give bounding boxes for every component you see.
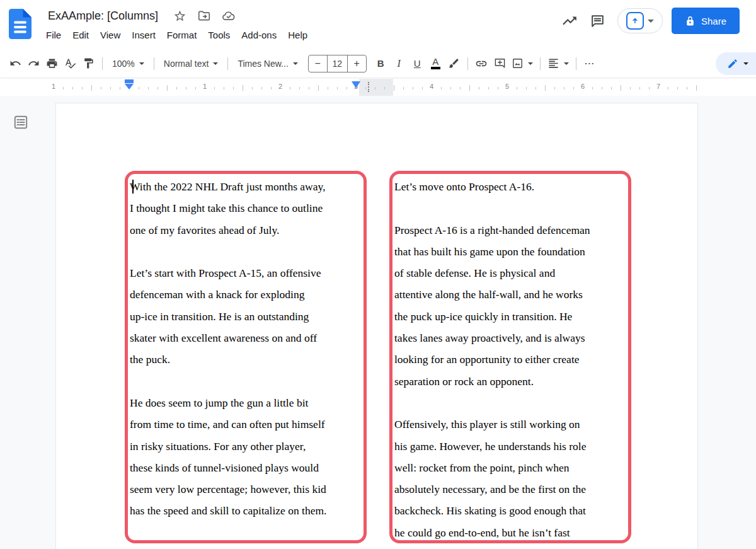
menu-edit[interactable]: Edit [67,28,94,42]
font-size-value[interactable]: 12 [327,55,348,72]
doc-text-line[interactable]: I thought I might take this chance to ou… [130,197,361,219]
move-folder-icon[interactable] [197,9,211,23]
doc-text-line[interactable]: Offensively, this player is still workin… [394,413,626,435]
redo-button[interactable] [25,54,43,74]
doc-text-line[interactable]: in risky situations. For any other playe… [130,436,361,457]
comments-icon[interactable] [583,7,611,35]
ruler-tick [677,87,678,90]
doc-text-line[interactable]: from time to time, and can often put him… [130,413,361,435]
menu-insert[interactable]: Insert [126,28,161,42]
paint-format-button[interactable] [79,54,98,74]
menu-bar: File Edit View Insert Format Tools Add-o… [40,28,313,42]
undo-button[interactable] [6,54,25,74]
doc-text-line[interactable]: seem very low percentage; however, this … [130,478,361,500]
column-gap-handle[interactable] [368,82,369,92]
right-indent-marker[interactable] [352,81,360,88]
doc-blank-line[interactable] [394,197,626,219]
doc-text-line[interactable]: the puck. [130,349,361,370]
italic-button[interactable]: I [390,54,408,74]
font-dropdown-arrow [293,62,298,65]
doc-blank-line[interactable] [394,392,626,413]
font-size-control: − 12 + [308,55,367,72]
doc-text-line[interactable]: the puck up-ice quickly in transition. H… [394,306,626,327]
font-family-select[interactable]: Times New... [232,54,302,74]
menu-addons[interactable]: Add-ons [236,28,282,42]
doc-text-line[interactable]: absolutely necessary, and be the first o… [394,478,626,500]
doc-text-line[interactable]: well: rocket from the point, pinch when [394,457,626,478]
highlight-color-button[interactable] [445,54,463,74]
ruler-tick [479,87,479,90]
doc-text-line[interactable]: Prospect A-16 is a right-handed defencem… [394,219,626,241]
ruler-tick [394,85,394,91]
zoom-select[interactable]: 100% [107,54,149,74]
first-line-indent-marker[interactable] [125,79,134,83]
doc-text-line[interactable]: attentive along the half-wall, and he wo… [394,284,626,305]
menu-format[interactable]: Format [161,28,203,42]
spellcheck-button[interactable] [61,54,79,74]
lock-icon [685,16,696,26]
doc-text-line[interactable]: of stable defense. He is physical and [394,262,626,284]
doc-text-line[interactable]: looking for an opportunity to either cre… [394,349,626,370]
doc-text-line[interactable]: defenceman with a knack for exploding [130,284,361,305]
doc-text-line[interactable]: skater with excellent awareness on and o… [130,327,361,349]
editing-mode-button[interactable] [716,52,756,75]
doc-text-line[interactable]: Let’s move onto Prospect A-16. [394,176,626,197]
docs-logo[interactable] [9,9,32,39]
document-page[interactable]: With the 2022 NHL Draft just months away… [55,103,698,549]
menu-file[interactable]: File [40,28,67,42]
star-icon[interactable] [173,9,186,23]
increase-font-size-button[interactable]: + [348,55,366,72]
insert-image-button[interactable] [509,54,536,74]
activity-icon[interactable] [556,7,583,35]
ruler-tick [318,85,319,91]
ruler-tick [592,87,593,90]
doc-text-line[interactable]: these kinds of tunnel-visioned plays wou… [130,457,361,478]
decrease-font-size-button[interactable]: − [309,55,327,72]
doc-text-line[interactable]: that has built his game upon the foundat… [394,241,626,262]
doc-text-line[interactable]: up-ice in transition. He is an outstandi… [130,306,361,327]
doc-text-line[interactable]: With the 2022 NHL Draft just months away… [130,176,361,197]
ruler-tick [148,87,149,90]
toolbar-divider [576,57,576,70]
menu-tools[interactable]: Tools [202,28,236,42]
doc-text-line[interactable]: Let’s start with Prospect A-15, an offen… [130,262,361,284]
bold-button[interactable]: B [372,54,390,74]
text-color-button[interactable]: A [427,54,445,74]
doc-text-line[interactable]: one of my favorites ahead of July. [130,219,361,241]
doc-text-line[interactable]: takes lanes away proactively, and is alw… [394,327,626,349]
doc-text-line[interactable]: his game. However, he understands his ro… [394,436,626,457]
document-title[interactable]: ExAAmple: [Columns] [44,8,162,24]
ruler-tick [214,87,215,90]
underline-button[interactable]: U [408,54,427,74]
menu-help[interactable]: Help [282,28,313,42]
ruler-tick [384,87,385,90]
doc-blank-line[interactable] [130,241,361,262]
doc-text-line[interactable]: he could go end-to-end, but he isn’t fas… [394,522,626,543]
doc-text-line[interactable]: has the speed and skill to capitalize on… [130,500,361,521]
cloud-status-icon[interactable] [222,9,236,23]
text-column-right[interactable]: Let’s move onto Prospect A-16.Prospect A… [389,171,631,543]
doc-text-line[interactable]: He does seem to jump the gun a little bi… [130,392,361,413]
share-button[interactable]: Share [672,8,740,34]
ruler[interactable]: 11234567 [0,79,756,96]
ruler-tick [611,87,612,90]
ruler-number: 1 [52,83,55,90]
ruler-tick [63,87,64,90]
align-button[interactable] [545,54,571,74]
mode-selector-button[interactable] [617,8,663,33]
ruler-tick [176,87,177,90]
left-indent-marker[interactable] [125,84,134,90]
document-outline-icon[interactable] [13,114,29,130]
insert-link-button[interactable] [472,54,491,74]
doc-text-line[interactable]: backcheck. His skating is good enough th… [394,500,626,521]
ruler-tick [602,87,602,90]
menu-view[interactable]: View [94,28,126,42]
column-gap-region [359,79,393,96]
more-options-button[interactable]: ⋯ [581,54,599,74]
paragraph-style-select[interactable]: Normal text [159,54,224,74]
text-column-left[interactable]: With the 2022 NHL Draft just months away… [125,171,367,543]
add-comment-button[interactable] [491,54,509,74]
print-button[interactable] [43,54,61,74]
doc-text-line[interactable]: separation or rock an opponent. [394,371,626,392]
doc-blank-line[interactable] [130,371,361,392]
